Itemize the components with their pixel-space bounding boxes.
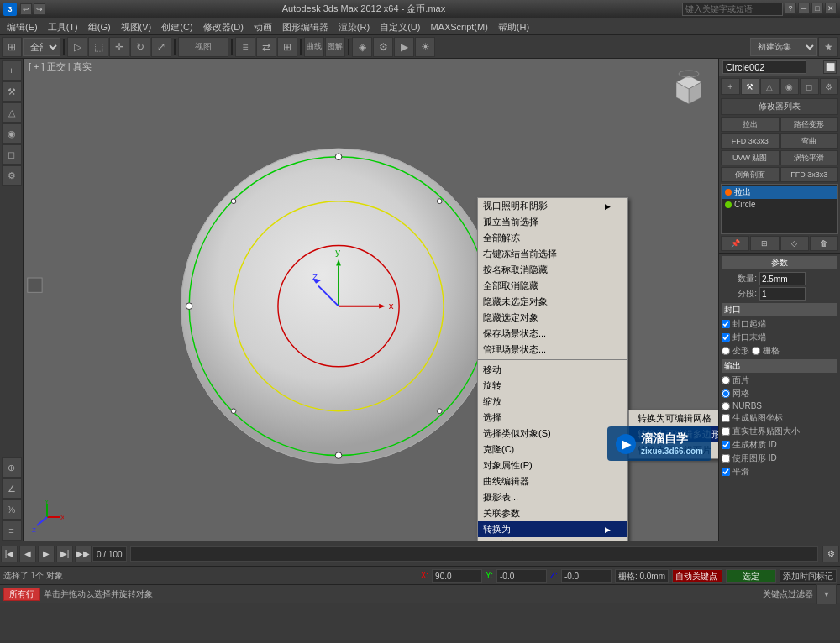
mod-btn-bend[interactable]: 弯曲 [780, 133, 839, 149]
angle-snap-btn[interactable]: ∠ [2, 478, 22, 499]
nurbs-radio[interactable] [722, 402, 730, 410]
remove-mod-btn[interactable]: 🗑 [810, 236, 838, 251]
rotate-btn[interactable]: ↻ [130, 37, 150, 57]
ctx-dope-sheet[interactable]: 摄影表... [478, 489, 627, 505]
gen-coords-checkbox[interactable] [722, 414, 730, 422]
scale-btn[interactable]: ⤢ [151, 37, 171, 57]
modify-tab[interactable]: ⚒ [741, 78, 760, 95]
viewcube[interactable] [668, 67, 710, 109]
utilities-tab[interactable]: ⚙ [820, 78, 839, 95]
modifier-circle-item[interactable]: Circle [722, 199, 837, 210]
menu-graph-editors[interactable]: 图形编辑器 [277, 18, 333, 35]
gen-mat-checkbox[interactable] [722, 441, 730, 449]
render-btn[interactable]: ▶ [394, 37, 414, 57]
help-btn[interactable]: ? [785, 3, 796, 14]
spinner-snap-btn[interactable]: ≡ [2, 520, 22, 541]
mirror-btn[interactable]: ⇄ [256, 37, 276, 57]
timeline-start-btn[interactable]: |◀ [1, 546, 18, 562]
mod-btn-uvw[interactable]: UVW 贴图 [721, 150, 780, 165]
display-tab[interactable]: ◻ [800, 78, 819, 95]
menu-modifiers[interactable]: 修改器(D) [198, 18, 249, 35]
count-input[interactable] [759, 272, 806, 285]
ctx-clone[interactable]: 克隆(C) [478, 442, 627, 457]
use-shp-id-checkbox[interactable] [722, 454, 730, 463]
ctx-object-props[interactable]: 对象属性(P) [478, 457, 627, 473]
close-btn[interactable]: ✕ [825, 3, 837, 14]
modifier-extrude-item[interactable]: 拉出 [722, 186, 837, 199]
select-region-btn[interactable]: ⬚ [88, 37, 108, 57]
segments-input[interactable] [759, 287, 806, 301]
all-in-row-btn[interactable]: 所有行 [3, 588, 40, 601]
mesh-radio[interactable] [722, 389, 730, 398]
ctx-unfreeze-all[interactable]: 全部解冻 [478, 230, 627, 246]
mod-btn-ffd2[interactable]: FFD 3x3x3 [780, 167, 839, 182]
create-tab-btn[interactable]: + [2, 60, 22, 81]
motion-tab[interactable]: ◉ [780, 78, 800, 95]
timeline-end-btn[interactable]: ▶▶ [75, 546, 92, 562]
hierarchy-tab[interactable]: △ [760, 78, 780, 95]
move-btn[interactable]: ✛ [109, 37, 129, 57]
z-field[interactable]: -0.0 [561, 569, 612, 583]
menu-customize[interactable]: 自定义(U) [375, 18, 425, 35]
ctx-save-scene[interactable]: 保存场景状态... [478, 326, 627, 342]
menu-maxscript[interactable]: MAXScript(M) [425, 18, 492, 35]
menu-group[interactable]: 组(G) [83, 18, 116, 35]
ctx-hide-selected[interactable]: 隐藏选定对象 [478, 310, 627, 326]
ctx-freeze-selected[interactable]: 右键冻结当前选择 [478, 246, 627, 262]
percent-snap-btn[interactable]: % [2, 499, 22, 520]
timeline-next-btn[interactable]: ▶| [56, 546, 73, 562]
select-object-btn[interactable]: ▷ [67, 37, 87, 57]
timeline-play-btn[interactable]: ▶ [38, 546, 55, 562]
schematic-btn[interactable]: 图解 [325, 37, 345, 57]
ctx-select-similar[interactable]: 选择类似对象(S) [478, 426, 627, 442]
ctx-viewport-lighting[interactable]: 视口照明和阴影 ▶ [478, 198, 627, 214]
active-shade-btn[interactable]: ☀ [415, 37, 435, 57]
mod-btn-ffd1[interactable]: FFD 3x3x3 [721, 133, 780, 149]
layer-manager-btn[interactable]: ≡ [235, 37, 255, 57]
ctx-convert-to[interactable]: 转换为 ▶ [478, 521, 627, 537]
render-setup-btn[interactable]: ⚙ [373, 37, 393, 57]
pin-stack-btn[interactable]: 📌 [721, 236, 749, 251]
frame-counter[interactable]: 0 / 100 [92, 546, 127, 562]
selected-key-field[interactable]: 选定 [726, 569, 776, 583]
menu-tools[interactable]: 工具(T) [43, 18, 83, 35]
use-shape-checkbox[interactable] [722, 427, 730, 436]
material-editor-btn[interactable]: ◈ [352, 37, 372, 57]
auto-key-btn[interactable]: 自动关键点 [672, 569, 722, 583]
ctx-wire-params[interactable]: 关联参数 [478, 505, 627, 521]
ctx-manage-scene[interactable]: 管理场景状态... [478, 342, 627, 358]
utilities-tab-btn[interactable]: ⚙ [2, 165, 22, 186]
ctx-move[interactable]: 移动 [478, 362, 627, 378]
curve-editor-btn[interactable]: 曲线 [304, 37, 324, 57]
ctx-isolate[interactable]: 孤立当前选择 [478, 214, 627, 230]
motion-tab-btn[interactable]: ◉ [2, 123, 22, 144]
ctx-vr-basic[interactable]: VR-基本参数 [478, 537, 627, 541]
mod-btn-extrude[interactable]: 拉出 [721, 117, 780, 132]
redo-btn[interactable]: ↪ [34, 3, 45, 15]
menu-create[interactable]: 创建(C) [156, 18, 197, 35]
ctx-rotate[interactable]: 旋转 [478, 378, 627, 394]
face-radio[interactable] [722, 376, 730, 384]
cap-end-checkbox[interactable] [722, 333, 730, 342]
display-tab-btn[interactable]: ◻ [2, 144, 22, 165]
cap-start-checkbox[interactable] [722, 320, 730, 328]
ctx-curve-editor[interactable]: 曲线编辑器 [478, 473, 627, 489]
search-input[interactable] [682, 3, 783, 16]
menu-edit[interactable]: 编辑(E) [2, 18, 43, 35]
maximize-btn[interactable]: □ [811, 3, 823, 14]
key-filters-btn[interactable]: ⚙ [822, 546, 839, 562]
make-unique-btn[interactable]: ◇ [780, 236, 809, 251]
ctx-select[interactable]: 选择 [478, 410, 627, 426]
ctx-unhide-name[interactable]: 按名称取消隐藏 [478, 262, 627, 278]
ctx-hide-unselected[interactable]: 隐藏未选定对象 [478, 294, 627, 310]
ctx-unhide-all[interactable]: 全部取消隐藏 [478, 278, 627, 294]
morph-radio[interactable] [722, 347, 730, 355]
snaps-btn[interactable]: ⊕ [2, 457, 22, 478]
align-btn[interactable]: ⊞ [277, 37, 297, 57]
show-end-btn[interactable]: ⊞ [750, 236, 779, 251]
hierarchy-tab-btn[interactable]: △ [2, 102, 22, 123]
smooth-checkbox[interactable] [722, 468, 730, 476]
timeline-prev-btn[interactable]: ◀ [19, 546, 36, 562]
modify-tab-btn[interactable]: ⚒ [2, 81, 22, 102]
key-filter-btn[interactable]: ▼ [816, 584, 837, 604]
